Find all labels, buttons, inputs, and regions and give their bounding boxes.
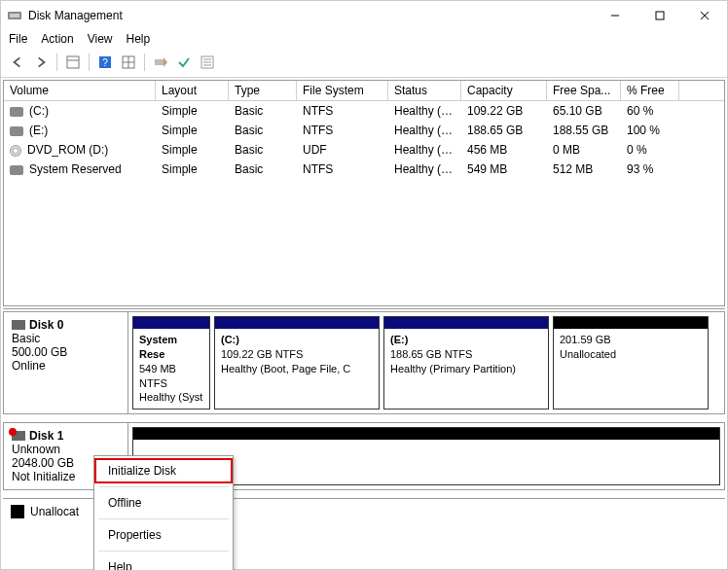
table-row[interactable]: DVD_ROM (D:)SimpleBasicUDFHealthy (P...4…	[4, 140, 724, 160]
disk-icon	[12, 320, 25, 330]
menu-help[interactable]: Help	[94, 554, 233, 570]
list-button[interactable]	[197, 52, 218, 73]
context-menu: Initialize Disk Offline Properties Help	[93, 455, 234, 570]
svg-rect-1	[10, 14, 19, 18]
titlebar: Disk Management	[1, 1, 727, 30]
svg-text:?: ?	[102, 57, 108, 68]
menu-separator	[98, 518, 229, 519]
volume-icon	[10, 107, 23, 117]
table-row[interactable]: (E:)SimpleBasicNTFSHealthy (P...188.65 G…	[4, 121, 724, 140]
disk0-state: Online	[12, 359, 120, 373]
svg-rect-13	[155, 59, 164, 65]
back-button[interactable]	[7, 52, 28, 73]
menu-action[interactable]: Action	[41, 32, 73, 46]
menu-separator	[98, 551, 229, 552]
menu-file[interactable]: File	[9, 32, 27, 46]
view-button[interactable]	[62, 52, 84, 73]
col-volume[interactable]: Volume	[4, 81, 156, 100]
col-type[interactable]: Type	[229, 81, 297, 100]
volume-list-header: Volume Layout Type File System Status Ca…	[4, 81, 724, 101]
disk0-row[interactable]: Disk 0 Basic 500.00 GB Online System Res…	[3, 311, 725, 414]
menu-separator	[98, 486, 229, 487]
menubar: File Action View Help	[1, 30, 727, 50]
window-title: Disk Management	[28, 9, 593, 22]
partition[interactable]: 201.59 GBUnallocated	[553, 316, 709, 410]
legend-swatch-unallocated	[11, 505, 24, 518]
menu-offline[interactable]: Offline	[94, 490, 233, 516]
volume-icon	[10, 126, 23, 136]
disk1-name: Disk 1	[29, 429, 63, 443]
close-button[interactable]	[682, 1, 727, 30]
legend-label-unallocated: Unallocat	[30, 505, 79, 518]
col-status[interactable]: Status	[388, 81, 461, 100]
check-button[interactable]	[173, 52, 195, 73]
col-free[interactable]: Free Spa...	[547, 81, 621, 100]
help-button[interactable]: ?	[94, 52, 116, 73]
disk0-name: Disk 0	[29, 318, 63, 332]
menu-initialize-disk[interactable]: Initialize Disk	[94, 458, 233, 483]
partition[interactable]: (E:)188.65 GB NTFSHealthy (Primary Parti…	[383, 316, 549, 410]
app-icon	[7, 8, 22, 23]
partition[interactable]: System Rese549 MB NTFSHealthy (Syst	[132, 316, 210, 410]
partition[interactable]: (C:)109.22 GB NTFSHealthy (Boot, Page Fi…	[214, 316, 380, 410]
menu-view[interactable]: View	[88, 32, 113, 46]
disk-error-icon	[12, 431, 25, 441]
disk0-size: 500.00 GB	[12, 345, 120, 359]
toolbar: ?	[1, 50, 727, 78]
disk0-partitions: System Rese549 MB NTFSHealthy (Syst(C:)1…	[128, 312, 724, 413]
table-row[interactable]: System ReservedSimpleBasicNTFSHealthy (S…	[4, 160, 724, 179]
col-pct[interactable]: % Free	[621, 81, 679, 100]
volume-list: Volume Layout Type File System Status Ca…	[3, 80, 725, 306]
table-row[interactable]: (C:)SimpleBasicNTFSHealthy (B...109.22 G…	[4, 101, 724, 121]
disk0-info: Disk 0 Basic 500.00 GB Online	[4, 312, 128, 413]
col-layout[interactable]: Layout	[156, 81, 229, 100]
minimize-button[interactable]	[593, 1, 637, 30]
svg-rect-3	[656, 12, 664, 19]
menu-help[interactable]: Help	[127, 32, 151, 46]
svg-rect-6	[67, 56, 79, 68]
disk0-type: Basic	[12, 332, 120, 345]
volume-list-body: (C:)SimpleBasicNTFSHealthy (B...109.22 G…	[4, 101, 724, 305]
grid-button[interactable]	[118, 52, 139, 73]
forward-button[interactable]	[30, 52, 52, 73]
volume-icon	[10, 165, 23, 175]
col-fs[interactable]: File System	[297, 81, 388, 100]
volume-icon	[10, 145, 21, 157]
col-capacity[interactable]: Capacity	[461, 81, 547, 100]
menu-properties[interactable]: Properties	[94, 522, 233, 548]
action-button[interactable]	[150, 52, 171, 73]
maximize-button[interactable]	[637, 1, 682, 30]
